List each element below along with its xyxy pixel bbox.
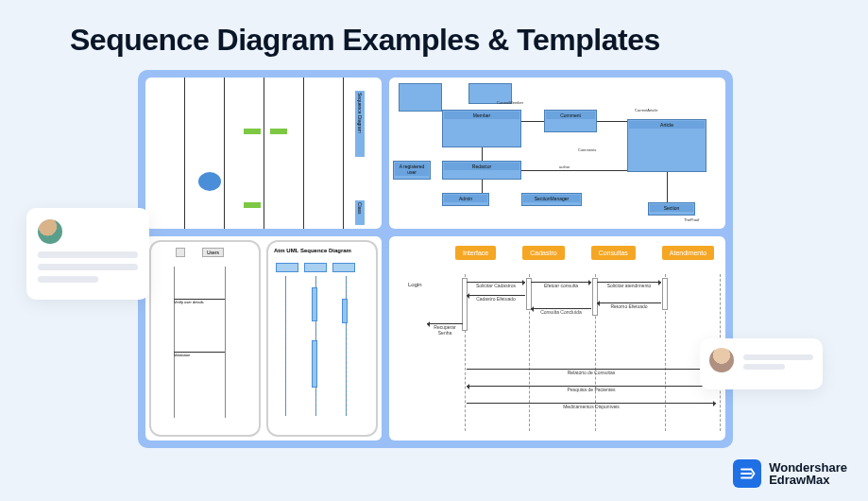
lifeline-0: Interface (455, 246, 496, 260)
msg-7: Relatório de Consultas (467, 369, 716, 375)
msg-validation: Validation (174, 352, 225, 357)
msg-3: Efetuar consulta (531, 282, 591, 288)
avatar (38, 219, 62, 244)
lifeline-3: Atendimento (662, 246, 714, 260)
card-a-label-seq: Sequence Diagram (355, 91, 365, 157)
class-article: Article (629, 121, 705, 129)
actor-login: Login (408, 282, 422, 287)
comment-card-left (26, 208, 149, 300)
lbl-currentarticle: CurrentArticle (635, 108, 657, 112)
class-member: Member (444, 112, 519, 119)
msg-9: Medicamentos Disponíveis (467, 403, 716, 409)
phone-right: Atm UML Sequence Diagram (266, 240, 378, 437)
class-comment: Comment (546, 112, 595, 119)
brand-logo: Wondershare EdrawMax (733, 459, 847, 488)
msg-5: Solicitar atendimento (597, 282, 661, 288)
class-reguser: A registered user (395, 163, 429, 176)
brand-line2: EdrawMax (769, 474, 847, 486)
class-sectionmgr: SectionManager (523, 195, 580, 202)
msg-6: Retorno Efetuado (597, 302, 661, 309)
seq-box-0 (176, 248, 185, 257)
lifeline-1: Cadastro (522, 246, 564, 260)
template-card-class-diagram[interactable]: Member Comment Article Redactor A regist… (389, 78, 725, 229)
class-admin: Admin (444, 195, 487, 202)
msg-2: Recuperar Senha (427, 323, 463, 336)
class-redactor: Redactor (444, 163, 519, 170)
msg-1: Cadastro Efetuado (467, 295, 525, 302)
comment-card-right (700, 338, 823, 389)
avatar (709, 348, 734, 372)
page-title: Sequence Diagram Examples & Templates (0, 0, 868, 58)
lbl-comments: Comments (578, 147, 596, 152)
msg-0: Solicitar Cadastros (467, 282, 525, 288)
lbl-author: author (559, 164, 570, 169)
msg-8: Pesquisa de Pacientes (467, 386, 716, 392)
lbl-currentmember: CurrentMember (497, 100, 523, 105)
lbl-approval: TheProof (684, 217, 699, 222)
seq-box-1: Users (202, 248, 224, 257)
phone-title: Atm UML Sequence Diagram (274, 248, 370, 253)
template-card-orange-sequence[interactable]: Interface Cadastro Consultas Atendimento… (389, 236, 725, 441)
template-card-mobile-pair[interactable]: Users Verify user details Validation Atm… (145, 236, 382, 441)
msg-verify: Verify user details (174, 299, 225, 304)
template-gallery: Sequence Diagram Class Member Comment Ar… (138, 70, 733, 448)
card-a-label-class: Class (355, 200, 365, 225)
class-section: Section (650, 204, 693, 212)
template-card-uml-vertical[interactable]: Sequence Diagram Class (145, 78, 382, 229)
phone-left: Users Verify user details Validation (149, 240, 261, 437)
edrawmax-icon (733, 459, 761, 488)
msg-4: Consulta Concluída (531, 308, 591, 315)
lifeline-2: Consultas (591, 246, 636, 260)
